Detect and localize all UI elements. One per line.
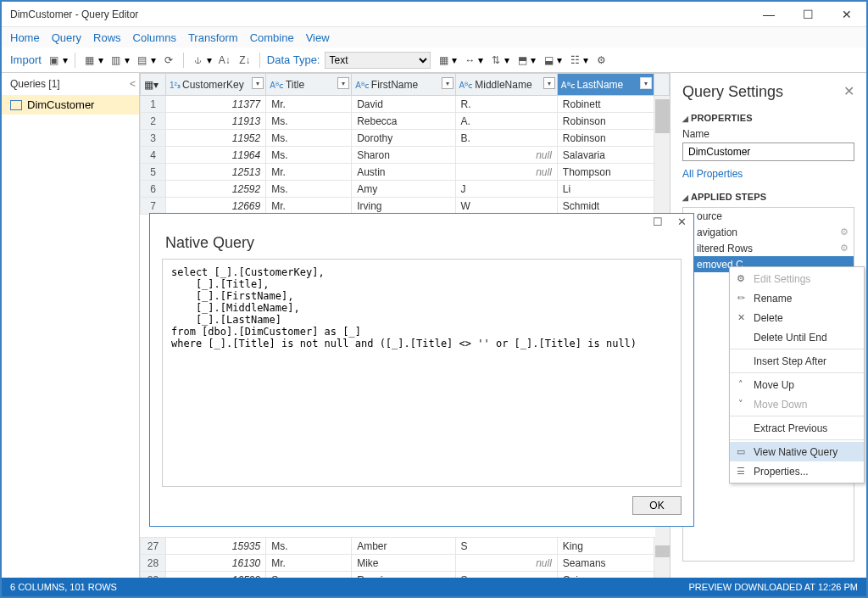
- menu-item-move-up[interactable]: ˄Move Up: [730, 375, 864, 394]
- query-item-dimcustomer[interactable]: DimCustomer: [2, 95, 139, 115]
- gear-icon[interactable]: ⚙: [840, 226, 849, 238]
- cell[interactable]: David: [352, 96, 455, 113]
- menu-item-insert-step-after[interactable]: Insert Step After: [730, 351, 864, 371]
- cell[interactable]: Irving: [352, 198, 455, 215]
- cell[interactable]: Mike: [352, 555, 455, 572]
- col-middlename[interactable]: AᴮᴄMiddleName▾: [455, 74, 557, 96]
- replace-button[interactable]: ↔▾: [462, 53, 483, 68]
- native-query-sql[interactable]: select [_].[CustomerKey], [_].[Title], […: [162, 259, 682, 487]
- groupby-button[interactable]: ▦▾: [436, 53, 457, 68]
- cell[interactable]: 11377: [166, 96, 266, 113]
- options-button[interactable]: ⚙: [593, 53, 609, 68]
- table-row[interactable]: 111377Mr.DavidR.Robinett: [141, 96, 670, 113]
- close-button[interactable]: ✕: [827, 2, 866, 27]
- col-customerkey[interactable]: 1²₃CustomerKey▾: [166, 74, 266, 96]
- menu-columns[interactable]: Columns: [133, 31, 176, 44]
- cell[interactable]: Dorothy: [352, 130, 455, 147]
- menu-view[interactable]: View: [306, 31, 330, 44]
- cell[interactable]: Li: [557, 181, 654, 198]
- cell[interactable]: null: [455, 555, 557, 572]
- menu-item-rename[interactable]: ✏Rename: [730, 288, 864, 308]
- chevron-down-icon[interactable]: ▾: [252, 77, 264, 89]
- cell[interactable]: Ms.: [266, 147, 352, 164]
- cell[interactable]: Thompson: [557, 164, 654, 181]
- cell[interactable]: Mr.: [266, 555, 352, 572]
- cell[interactable]: King: [557, 538, 654, 555]
- import-label[interactable]: Import: [10, 53, 42, 66]
- ok-button[interactable]: OK: [632, 496, 682, 515]
- chevron-down-icon[interactable]: ▾: [337, 77, 349, 89]
- cell[interactable]: Ms.: [266, 538, 352, 555]
- removerows-button[interactable]: ▤▾: [135, 53, 156, 68]
- table-row[interactable]: 712669Mr.IrvingWSchmidt: [141, 198, 670, 215]
- applied-steps-header[interactable]: APPLIED STEPS: [682, 192, 854, 202]
- menu-item-delete[interactable]: ✕Delete: [730, 308, 864, 327]
- cell[interactable]: null: [455, 164, 557, 181]
- cell[interactable]: Ramón: [352, 572, 455, 578]
- table-button[interactable]: ▦▾: [82, 53, 103, 68]
- import-source-button[interactable]: ▣▾: [47, 53, 68, 68]
- refresh-button[interactable]: ⟳: [161, 53, 176, 68]
- datatype-select[interactable]: Text: [325, 52, 431, 69]
- grid-corner[interactable]: ▦▾: [141, 74, 166, 96]
- cell[interactable]: W: [455, 198, 557, 215]
- fill-button[interactable]: ⇅▾: [488, 53, 509, 68]
- maximize-button[interactable]: ☐: [788, 2, 827, 27]
- row-number[interactable]: 1: [141, 96, 166, 113]
- chevron-down-icon[interactable]: ▾: [640, 77, 652, 89]
- row-number[interactable]: 29: [141, 572, 166, 578]
- step-filtered-rows[interactable]: iltered Rows⚙: [683, 240, 854, 256]
- dialog-maximize-button[interactable]: ☐: [649, 215, 666, 228]
- step-source[interactable]: ource: [683, 208, 854, 224]
- cell[interactable]: Mr.: [266, 198, 352, 215]
- menu-item-delete-until-end[interactable]: Delete Until End: [730, 327, 864, 347]
- cell[interactable]: S: [455, 538, 557, 555]
- cell[interactable]: 12669: [166, 198, 266, 215]
- row-number[interactable]: 2: [141, 113, 166, 130]
- cell[interactable]: B.: [455, 130, 557, 147]
- choosecolumns-button[interactable]: ▥▾: [108, 53, 130, 68]
- cell[interactable]: Ms.: [266, 113, 352, 130]
- cell[interactable]: Mr.: [266, 164, 352, 181]
- table-row[interactable]: 612592Ms.AmyJLi: [141, 181, 670, 198]
- cell[interactable]: Austin: [352, 164, 455, 181]
- cell[interactable]: R.: [455, 96, 557, 113]
- menu-item-view-native-query[interactable]: ▭View Native Query: [730, 442, 864, 461]
- cell[interactable]: Robinett: [557, 96, 654, 113]
- chevron-down-icon[interactable]: ▾: [543, 77, 555, 89]
- row-number[interactable]: 28: [141, 555, 166, 572]
- gear-icon[interactable]: ⚙: [840, 243, 849, 254]
- cell[interactable]: J: [455, 181, 557, 198]
- minimize-button[interactable]: —: [749, 2, 788, 27]
- row-number[interactable]: 27: [141, 538, 166, 555]
- menu-transform[interactable]: Transform: [188, 31, 238, 44]
- name-input[interactable]: [682, 143, 854, 161]
- cell[interactable]: Schmidt: [557, 198, 654, 215]
- cell[interactable]: Amy: [352, 181, 455, 198]
- menu-rows[interactable]: Rows: [93, 31, 121, 44]
- col-title[interactable]: AᴮᴄTitle▾: [266, 74, 352, 96]
- menu-item-extract-previous[interactable]: Extract Previous: [730, 418, 864, 438]
- cell[interactable]: 12592: [166, 181, 266, 198]
- manage-button[interactable]: ☷▾: [567, 53, 588, 68]
- row-number[interactable]: 7: [141, 198, 166, 215]
- menu-item-properties-[interactable]: ☰Properties...: [730, 461, 864, 481]
- cell[interactable]: 11952: [166, 130, 266, 147]
- cell[interactable]: Amber: [352, 538, 455, 555]
- cell[interactable]: 11913: [166, 113, 266, 130]
- dialog-close-button[interactable]: ✕: [673, 215, 690, 228]
- cell[interactable]: Robinson: [557, 113, 654, 130]
- data-grid[interactable]: ▦▾ 1²₃CustomerKey▾ AᴮᴄTitle▾ AᴮᴄFirstNam…: [140, 73, 670, 215]
- row-number[interactable]: 6: [141, 181, 166, 198]
- data-grid-bottom[interactable]: 2715935Ms.AmberSKing2816130Mr.MikenullSe…: [140, 537, 670, 578]
- cell[interactable]: Mr.: [266, 96, 352, 113]
- table-row[interactable]: 311952Ms.DorothyB.Robinson: [141, 130, 670, 147]
- cell[interactable]: 12513: [166, 164, 266, 181]
- chevron-down-icon[interactable]: ▾: [442, 77, 453, 89]
- row-number[interactable]: 4: [141, 147, 166, 164]
- row-number[interactable]: 5: [141, 164, 166, 181]
- cell[interactable]: A.: [455, 113, 557, 130]
- merge-button[interactable]: ⬒▾: [515, 53, 536, 68]
- cell[interactable]: Sharon: [352, 147, 455, 164]
- table-row[interactable]: 2916599Sr.RamónSCai: [141, 572, 670, 578]
